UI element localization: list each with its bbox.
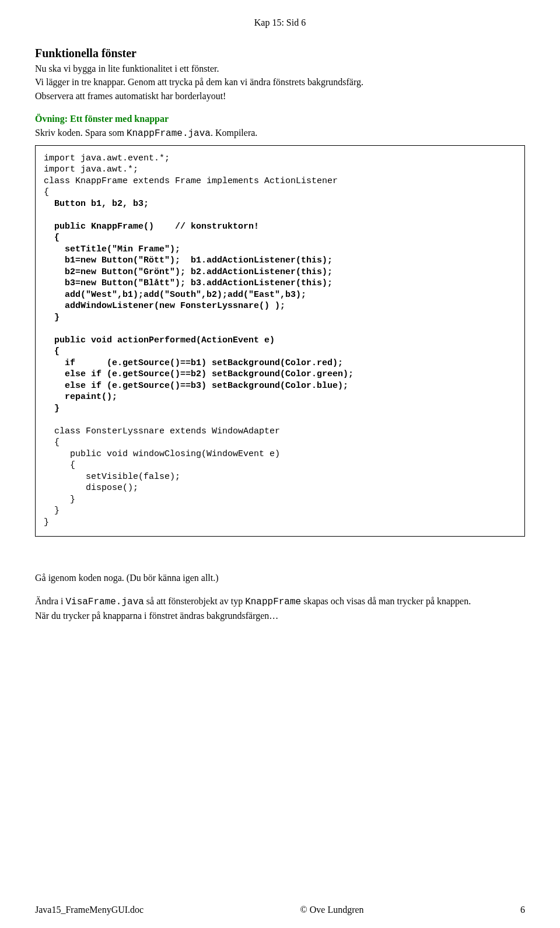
code-l28: } [44, 495, 75, 505]
intro-block: Nu ska vi bygga in lite funktionalitet i… [35, 62, 525, 103]
exercise-filename: KnappFrame.java [127, 128, 211, 139]
footer-filename: Java15_FrameMenyGUI.doc [35, 904, 144, 916]
code-l21: } [44, 404, 60, 414]
footer-copyright: © Ove Lundgren [300, 904, 364, 916]
intro-line-1: Nu ska vi bygga in lite funktionalitet i… [35, 62, 525, 75]
code-l13: addWindowListener(new FonsterLyssnare() … [44, 301, 285, 311]
code-l08: setTitle("Min Frame"); [44, 244, 180, 254]
code-l04: { [44, 187, 49, 197]
post2-post: skapas och visas då man trycker på knapp… [301, 596, 471, 606]
page-footer: Java15_FrameMenyGUI.doc © Ove Lundgren 6 [35, 904, 525, 916]
exercise-instruction: Skriv koden. Spara som KnappFrame.java. … [35, 127, 525, 141]
code-l07: { [44, 233, 60, 243]
code-l11: b3=new Button("Blått"); b3.addActionList… [44, 278, 332, 288]
code-l24: public void windowClosing(WindowEvent e) [44, 449, 280, 459]
exercise-text-pre: Skriv koden. Spara som [35, 128, 127, 138]
code-l14: } [44, 313, 60, 323]
code-l12: add("West",b1);add("South",b2);add("East… [44, 290, 306, 300]
code-l03: class KnappFrame extends Frame implement… [44, 176, 338, 186]
code-l01: import java.awt.event.*; [44, 153, 170, 163]
footer-pagenum: 6 [520, 904, 525, 916]
code-l15: public void actionPerformed(ActionEvent … [44, 335, 275, 345]
code-l26: setVisible(false); [44, 472, 180, 482]
section-heading: Funktionella fönster [35, 45, 525, 61]
post2-mid: så att fönsterobjekt av typ [144, 596, 245, 606]
post2-pre: Ändra i [35, 596, 65, 606]
code-l17: if (e.getSource()==b1) setBackground(Col… [44, 358, 343, 368]
code-l22: class FonsterLyssnare extends WindowAdap… [44, 426, 280, 436]
exercise-text-post: . Kompilera. [211, 128, 257, 138]
code-l20: repaint(); [44, 392, 117, 402]
post-line-3: När du trycker på knapparna i fönstret ä… [35, 610, 525, 622]
code-l09: b1=new Button("Rött"); b1.addActionListe… [44, 255, 332, 265]
code-l05: Button b1, b2, b3; [44, 199, 149, 209]
intro-line-2: Vi lägger in tre knappar. Genom att tryc… [35, 76, 525, 89]
code-l18: else if (e.getSource()==b2) setBackgroun… [44, 369, 354, 379]
code-l30: } [44, 517, 49, 527]
code-l16: { [44, 346, 60, 356]
code-l19: else if (e.getSource()==b3) setBackgroun… [44, 381, 348, 391]
code-l10: b2=new Button("Grönt"); b2.addActionList… [44, 267, 332, 277]
code-l27: dispose(); [44, 483, 138, 493]
post-line-2: Ändra i VisaFrame.java så att fönsterobj… [35, 595, 525, 609]
exercise-label: Övning: Ett fönster med knappar [35, 114, 169, 124]
post2-code2: KnappFrame [245, 597, 301, 607]
code-l23: { [44, 437, 60, 447]
post-line-1: Gå igenom koden noga. (Du bör känna igen… [35, 572, 525, 584]
post2-code1: VisaFrame.java [65, 597, 144, 607]
intro-line-3: Observera att frames automatiskt har bor… [35, 90, 525, 103]
code-l29: } [44, 506, 60, 516]
chapter-page-header: Kap 15: Sid 6 [35, 16, 525, 29]
code-l25: { [44, 460, 75, 470]
code-l06: public KnappFrame() // konstruktorn! [44, 222, 259, 232]
code-l02: import java.awt.*; [44, 164, 138, 174]
code-block: import java.awt.event.*; import java.awt… [35, 145, 525, 537]
exercise-title: Övning: Ett fönster med knappar [35, 113, 525, 125]
